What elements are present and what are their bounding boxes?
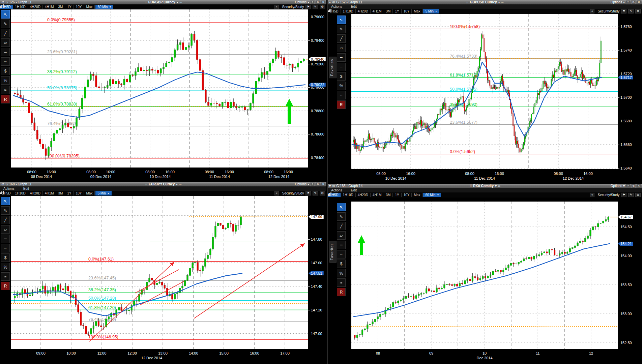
regression-tool-button[interactable]: R [1, 95, 10, 103]
gear-icon[interactable]: ⚙ [320, 191, 325, 195]
link-icon[interactable]: ∞ [179, 182, 181, 186]
close-button[interactable]: ✕ [637, 184, 641, 188]
pin-icon[interactable]: ⊕ [1, 0, 4, 4]
tab-4h20d[interactable]: 4H20D [356, 193, 371, 197]
horizontal-line-tool-button[interactable]: ━ [1, 48, 10, 56]
collapse-icon[interactable]: ▾ [329, 0, 331, 4]
channel-tool-button[interactable]: ▱ [1, 38, 10, 47]
interval-dropdown[interactable]: 5 Min▼ [95, 191, 111, 195]
interval-dropdown[interactable]: 60 Min▼ [423, 193, 441, 197]
tab-1h10d[interactable]: 1H10D [341, 9, 356, 13]
trendline-tool-button[interactable]: ╱ [1, 216, 10, 224]
favorites-tab[interactable]: Favorites [329, 241, 337, 263]
menu-item-edit[interactable]: Edit [351, 5, 357, 8]
pointer-tool-button[interactable]: ↖ [1, 10, 10, 19]
tab-4h20d[interactable]: 4H20D [28, 5, 43, 9]
link-icon[interactable]: ∞ [180, 0, 182, 4]
options-menu[interactable]: Options ▾ [611, 184, 625, 188]
tab-3m[interactable]: 3M [384, 193, 393, 197]
tab-1y[interactable]: 1Y [393, 193, 401, 197]
price-label-percent-tool-button[interactable]: % [1, 76, 10, 85]
menu-item-edit[interactable]: Edit [23, 187, 29, 190]
ray-tool-button[interactable]: ┈ [1, 244, 10, 252]
wave-tool-button[interactable]: ≈ [1, 86, 10, 94]
options-menu[interactable]: Options ▾ [295, 182, 309, 186]
tab-1h10d[interactable]: 1H10D [13, 5, 28, 9]
drag-grip-icon[interactable]: ⠿ [144, 0, 147, 4]
tab-4h20d[interactable]: 4H20D [356, 9, 371, 13]
pointer-tool-button[interactable]: ↖ [337, 16, 346, 24]
price-label-percent-tool-button[interactable]: % [1, 263, 10, 271]
ray-tool-button[interactable]: ┈ [1, 57, 10, 66]
security-dropdown-icon[interactable]: ▾ [176, 182, 178, 186]
link-icon[interactable]: ∞ [498, 184, 500, 188]
interval-dropdown[interactable]: 5 Min▼ [423, 9, 439, 13]
edit-icon[interactable]: ✎ [313, 191, 318, 195]
price-label-percent-tool-button[interactable]: % [337, 82, 346, 90]
trendline-tool-button[interactable]: ╱ [1, 29, 10, 37]
pencil-tool-button[interactable]: ✎ [1, 20, 10, 28]
channel-tool-button[interactable]: ▱ [337, 231, 346, 240]
price-label-dollar-tool-button[interactable]: $ [1, 67, 10, 75]
tab-max[interactable]: Max [84, 191, 95, 195]
regression-tool-button[interactable]: R [337, 100, 346, 109]
drag-grip-icon[interactable]: ⠿ [469, 184, 472, 188]
help-button[interactable]: ? [626, 184, 630, 188]
ray-tool-button[interactable]: ┈ [337, 250, 346, 259]
panel-titlebar[interactable]: ▾⊕G 152 - Graph 11⠿GBPUSD Curncy▾∞Option… [328, 0, 642, 4]
collapse-left-button[interactable]: « [274, 5, 279, 9]
tab-3m[interactable]: 3M [56, 191, 65, 195]
help-button[interactable]: ? [310, 0, 315, 4]
ray-tool-button[interactable]: ┈ [337, 63, 346, 71]
flag-icon[interactable]: ⚑ [621, 193, 626, 197]
edit-icon[interactable]: ✎ [628, 193, 634, 197]
tab-4h1m[interactable]: 4H1M [43, 5, 56, 9]
tab-max[interactable]: Max [412, 193, 422, 197]
security-dropdown-icon[interactable]: ▾ [177, 0, 178, 4]
pencil-tool-button[interactable]: ✎ [337, 25, 346, 33]
security-dropdown-icon[interactable]: ▾ [498, 0, 500, 4]
tab-1y[interactable]: 1Y [65, 5, 74, 9]
drag-grip-icon[interactable]: ⠿ [145, 182, 147, 186]
price-label-percent-tool-button[interactable]: % [337, 269, 346, 277]
trendline-tool-button[interactable]: ╱ [337, 34, 346, 43]
tab-1y[interactable]: 1Y [65, 191, 74, 195]
gear-icon[interactable]: ⚙ [635, 9, 641, 13]
security-study-label[interactable]: Security/Study [282, 5, 304, 9]
pin-icon[interactable]: ⊕ [1, 182, 4, 186]
pin-icon[interactable]: ⊕ [332, 184, 335, 188]
regression-tool-button[interactable]: R [337, 288, 346, 296]
pointer-tool-button[interactable]: ↖ [337, 203, 346, 211]
restore-button[interactable]: ⧉ [631, 0, 636, 4]
security-name[interactable]: EURGBP Curncy [148, 0, 175, 4]
help-button[interactable]: ? [310, 182, 315, 186]
menu-item-edit[interactable]: Edit [351, 188, 357, 192]
menu-item-actions[interactable]: Actions [3, 187, 14, 190]
wave-tool-button[interactable]: ≈ [337, 278, 346, 287]
panel-titlebar[interactable]: ▾⊕G 136 - Graph 14⠿RXA Comdty▾∞Options ▾… [328, 184, 642, 188]
channel-tool-button[interactable]: ▱ [337, 44, 346, 52]
security-name[interactable]: EURJPY Curncy [149, 182, 175, 186]
flag-icon[interactable]: ⚑ [621, 9, 626, 13]
restore-button[interactable]: ⧉ [316, 182, 320, 186]
security-study-label[interactable]: Security/Study [282, 191, 304, 195]
edit-icon[interactable]: ✎ [628, 9, 634, 13]
security-study-label[interactable]: Security/Study [598, 193, 619, 197]
price-label-dollar-tool-button[interactable]: $ [1, 253, 10, 262]
trendline-tool-button[interactable]: ╱ [337, 222, 346, 230]
collapse-icon[interactable]: ▾ [329, 184, 331, 188]
tab-1h10d[interactable]: 1H10D [13, 191, 28, 195]
close-button[interactable]: ✕ [321, 0, 325, 4]
drag-grip-icon[interactable]: ⠿ [466, 0, 468, 4]
wave-tool-button[interactable]: ≈ [337, 91, 346, 99]
price-label-dollar-tool-button[interactable]: $ [337, 260, 346, 268]
tab-4h1m[interactable]: 4H1M [371, 9, 384, 13]
tab-10y[interactable]: 10Y [402, 193, 412, 197]
gear-icon[interactable]: ⚙ [320, 5, 325, 9]
close-button[interactable]: ✕ [321, 182, 325, 186]
regression-tool-button[interactable]: R [1, 282, 10, 290]
horizontal-line-tool-button[interactable]: ━ [1, 235, 10, 243]
collapse-left-button[interactable]: « [590, 9, 594, 13]
collapse-left-button[interactable]: « [274, 191, 279, 195]
security-name[interactable]: RXA Comdty [473, 184, 494, 188]
